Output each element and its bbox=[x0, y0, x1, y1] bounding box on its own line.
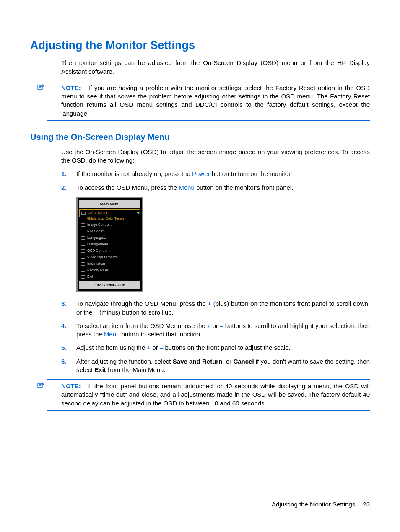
step-6: 6. After adjusting the function, select … bbox=[61, 357, 370, 374]
osd-item-label: Video Input Control... bbox=[87, 255, 121, 260]
osd-item: Management... bbox=[79, 241, 140, 248]
osd-item-label: Factory Reset bbox=[87, 268, 109, 273]
note-icon bbox=[37, 84, 44, 90]
note-block-2: NOTE: If the front panel buttons remain … bbox=[47, 379, 370, 411]
osd-item-label: Information bbox=[87, 261, 105, 266]
note-label: NOTE: bbox=[61, 84, 81, 91]
osd-footer: 1920 x 1200 - 60Hz bbox=[79, 281, 140, 289]
note-label: NOTE: bbox=[61, 382, 81, 390]
step-2: 2. To access the OSD Menu, press the Men… bbox=[61, 183, 370, 192]
osd-item-label: OSD Control... bbox=[87, 248, 110, 253]
osd-item: Language... bbox=[79, 235, 140, 241]
save-return-bold: Save and Return bbox=[173, 358, 223, 365]
color-space-icon bbox=[81, 212, 86, 215]
osd-item-label: Language... bbox=[87, 235, 106, 240]
step-number: 6. bbox=[61, 357, 67, 366]
cancel-bold: Cancel bbox=[233, 358, 254, 365]
minus-keyword: – bbox=[160, 344, 163, 351]
step-number: 4. bbox=[61, 322, 67, 330]
osd-title: Main Menu bbox=[79, 200, 140, 208]
step-1: 1. If the monitor is not already on, pre… bbox=[61, 170, 370, 178]
osd-item-icon bbox=[81, 262, 85, 266]
intro-paragraph: The monitor settings can be adjusted fro… bbox=[61, 59, 370, 76]
osd-item: PIP Control... bbox=[79, 228, 140, 235]
osd-item-icon bbox=[81, 236, 85, 240]
osd-item-icon bbox=[81, 256, 85, 259]
note-text: If you are having a problem with the mon… bbox=[61, 84, 370, 117]
osd-item: Information bbox=[79, 261, 140, 267]
minus-keyword: – bbox=[94, 309, 98, 316]
sub-intro-paragraph: Use the On-Screen Display (OSD) to adjus… bbox=[61, 148, 370, 165]
osd-item: OSD Control... bbox=[79, 248, 140, 254]
osd-item: Image Control... bbox=[79, 222, 140, 228]
plus-keyword: + bbox=[207, 322, 211, 329]
step-number: 2. bbox=[61, 183, 67, 192]
exit-bold: Exit bbox=[94, 366, 106, 373]
main-heading: Adjusting the Monitor Settings bbox=[30, 38, 370, 53]
note-block-1: NOTE: If you are having a problem with t… bbox=[47, 81, 370, 121]
osd-selected-subtext: (Brightness, Color Temp) bbox=[79, 217, 140, 221]
step-number: 5. bbox=[61, 343, 67, 352]
osd-item-icon bbox=[81, 275, 85, 279]
note-icon bbox=[37, 382, 44, 389]
osd-item-icon bbox=[81, 269, 85, 272]
step-number: 1. bbox=[61, 170, 67, 178]
step-number: 3. bbox=[61, 300, 67, 308]
osd-item-label: PIP Control... bbox=[87, 229, 108, 234]
osd-item-label: Management... bbox=[87, 242, 111, 247]
osd-item-label: Image Control... bbox=[87, 222, 112, 227]
footer-page-number: 23 bbox=[363, 501, 370, 508]
osd-item-selected: Color Space bbox=[79, 209, 140, 217]
osd-menu-figure: Main Menu Color Space (Brightness, Color… bbox=[76, 197, 143, 292]
minus-keyword: – bbox=[220, 322, 223, 329]
osd-item-icon bbox=[81, 223, 85, 227]
osd-item-label: Exit bbox=[87, 274, 93, 279]
page-footer: Adjusting the Monitor Settings23 bbox=[272, 500, 370, 509]
osd-item: Exit bbox=[79, 274, 140, 280]
note-text: If the front panel buttons remain untouc… bbox=[61, 382, 370, 407]
footer-section: Adjusting the Monitor Settings bbox=[272, 501, 355, 508]
osd-item: Factory Reset bbox=[79, 267, 140, 274]
sub-heading: Using the On-Screen Display Menu bbox=[30, 132, 370, 143]
plus-keyword: + bbox=[208, 300, 211, 307]
osd-item-icon bbox=[81, 230, 85, 233]
osd-item-icon bbox=[81, 243, 85, 246]
power-keyword: Power bbox=[192, 170, 210, 177]
osd-item-icon bbox=[81, 249, 85, 253]
step-5: 5. Adjust the item using the + or – butt… bbox=[61, 343, 370, 352]
osd-item: Video Input Control... bbox=[79, 254, 140, 261]
step-4: 4. To select an item from the OSD Menu, … bbox=[61, 322, 370, 339]
menu-keyword: Menu bbox=[104, 331, 120, 338]
plus-keyword: + bbox=[147, 344, 151, 351]
step-3: 3. To navigate through the OSD Menu, pre… bbox=[61, 300, 370, 317]
menu-keyword: Menu bbox=[179, 184, 195, 191]
